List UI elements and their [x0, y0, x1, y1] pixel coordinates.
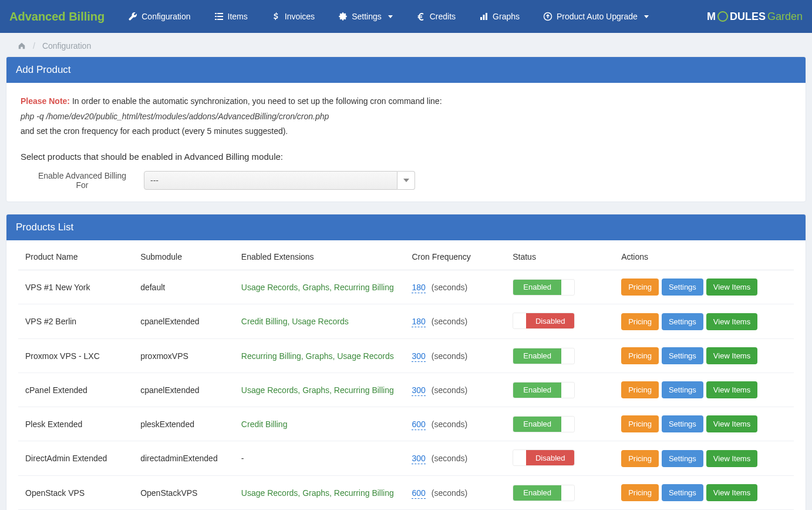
cell-status: Enabled: [507, 373, 615, 407]
cell-actions: PricingSettingsView Items: [615, 373, 794, 407]
pricing-button[interactable]: Pricing: [621, 279, 659, 296]
nav-label: Configuration: [141, 12, 190, 21]
view-items-button[interactable]: View Items: [706, 279, 757, 296]
cron-unit: (seconds): [429, 351, 467, 361]
euro-icon: [416, 12, 426, 21]
cron-value[interactable]: 600: [412, 488, 425, 499]
toggle-label: Enabled: [513, 348, 561, 364]
svg-rect-3: [217, 16, 223, 17]
view-items-button[interactable]: View Items: [706, 313, 757, 330]
panel-body: Product Name Submodule Enabled Extension…: [6, 240, 806, 510]
nav-credits[interactable]: Credits: [405, 1, 467, 32]
chevron-down-icon: [403, 179, 409, 182]
breadcrumb-current: Configuration: [42, 41, 91, 51]
products-list-panel: Products List Product Name Submodule Ena…: [6, 214, 806, 510]
cron-command: php -q /home/dev20/public_html/test/modu…: [21, 110, 791, 123]
nav-invoices[interactable]: Invoices: [260, 1, 326, 32]
cell-extensions: -: [235, 441, 406, 476]
cell-status: Enabled: [507, 476, 615, 510]
cell-status: Disabled: [507, 441, 615, 476]
view-items-button[interactable]: View Items: [706, 381, 757, 398]
cron-unit: (seconds): [429, 488, 467, 498]
settings-button[interactable]: Settings: [662, 450, 703, 467]
cell-product-name: DirectAdmin Extended: [18, 441, 134, 476]
view-items-button[interactable]: View Items: [706, 484, 757, 501]
panel-body: Please Note: In order to enable the auto…: [6, 83, 806, 202]
pricing-button[interactable]: Pricing: [621, 415, 659, 432]
pricing-button[interactable]: Pricing: [621, 484, 659, 501]
product-select-value[interactable]: ---: [144, 171, 397, 190]
globe-icon: [717, 11, 728, 22]
toggle-knob: [561, 280, 574, 295]
nav-graphs[interactable]: Graphs: [467, 1, 531, 32]
cell-submodule: OpenStackVPS: [134, 476, 235, 510]
product-select-toggle[interactable]: [397, 171, 415, 190]
svg-rect-2: [215, 16, 217, 17]
cell-cron: 300 (seconds): [406, 339, 507, 373]
cell-product-name: Proxmox VPS - LXC: [18, 339, 134, 373]
toggle-label: Enabled: [513, 280, 561, 295]
settings-button[interactable]: Settings: [662, 347, 703, 364]
toggle-knob: [561, 348, 574, 364]
table-row: OpenStack VPSOpenStackVPSUsage Records, …: [18, 476, 794, 510]
wrench-icon: [128, 12, 137, 21]
view-items-button[interactable]: View Items: [706, 415, 757, 432]
note-text: In order to enable the automatic synchro…: [72, 96, 442, 106]
cell-product-name: VPS #1 New York: [18, 270, 134, 304]
svg-rect-0: [215, 13, 217, 14]
breadcrumb-separator: /: [33, 41, 35, 51]
status-toggle[interactable]: Disabled: [513, 313, 575, 329]
svg-rect-6: [480, 17, 482, 20]
product-select[interactable]: ---: [144, 171, 415, 190]
cell-submodule: cpanelExtended: [134, 304, 235, 339]
pricing-button[interactable]: Pricing: [621, 347, 659, 364]
enable-billing-row: Enable Advanced Billing For ---: [21, 171, 791, 190]
select-prompt: Select products that should be enabled i…: [21, 152, 791, 162]
cron-value[interactable]: 300: [412, 351, 425, 362]
col-extensions: Enabled Extensions: [235, 244, 406, 270]
app-brand: Advanced Billing: [9, 10, 105, 24]
settings-button[interactable]: Settings: [662, 381, 703, 398]
cron-unit: (seconds): [429, 283, 467, 292]
cron-value[interactable]: 600: [412, 420, 425, 430]
settings-button[interactable]: Settings: [662, 279, 703, 296]
table-row: VPS #1 New YorkdefaultUsage Records, Gra…: [18, 270, 794, 304]
cron-value[interactable]: 180: [412, 283, 425, 293]
cell-actions: PricingSettingsView Items: [615, 270, 794, 304]
cron-value[interactable]: 300: [412, 385, 425, 396]
settings-button[interactable]: Settings: [662, 415, 703, 432]
settings-button[interactable]: Settings: [662, 313, 703, 330]
view-items-button[interactable]: View Items: [706, 347, 757, 364]
home-icon[interactable]: [18, 42, 26, 50]
status-toggle[interactable]: Enabled: [513, 382, 575, 398]
status-toggle[interactable]: Enabled: [513, 279, 575, 296]
cron-unit: (seconds): [429, 420, 467, 429]
status-toggle[interactable]: Enabled: [513, 348, 575, 364]
cell-submodule: proxmoxVPS: [134, 339, 235, 373]
cron-value[interactable]: 180: [412, 317, 425, 327]
view-items-button[interactable]: View Items: [706, 450, 757, 467]
nav-settings[interactable]: Settings: [326, 1, 405, 32]
pricing-button[interactable]: Pricing: [621, 381, 659, 398]
col-status: Status: [507, 244, 615, 270]
status-toggle[interactable]: Enabled: [513, 416, 575, 432]
chevron-down-icon: [388, 15, 393, 18]
cell-actions: PricingSettingsView Items: [615, 339, 794, 373]
pricing-button[interactable]: Pricing: [621, 313, 659, 330]
col-cron: Cron Frequency: [406, 244, 507, 270]
nav-auto-upgrade[interactable]: Product Auto Upgrade: [531, 1, 661, 32]
nav-configuration[interactable]: Configuration: [116, 1, 202, 32]
status-toggle[interactable]: Enabled: [513, 485, 575, 501]
nav-items-link[interactable]: Items: [203, 1, 260, 32]
status-toggle[interactable]: Disabled: [513, 449, 575, 466]
cell-cron: 600 (seconds): [406, 476, 507, 510]
svg-rect-8: [486, 13, 487, 20]
cell-status: Enabled: [507, 407, 615, 441]
cell-actions: PricingSettingsView Items: [615, 441, 794, 476]
cron-value[interactable]: 300: [412, 454, 425, 464]
cell-submodule: directadminExtended: [134, 441, 235, 476]
note-text-2: and set the cron frequency for each prod…: [21, 125, 791, 137]
pricing-button[interactable]: Pricing: [621, 450, 659, 467]
col-product-name: Product Name: [18, 244, 134, 270]
settings-button[interactable]: Settings: [662, 484, 703, 501]
